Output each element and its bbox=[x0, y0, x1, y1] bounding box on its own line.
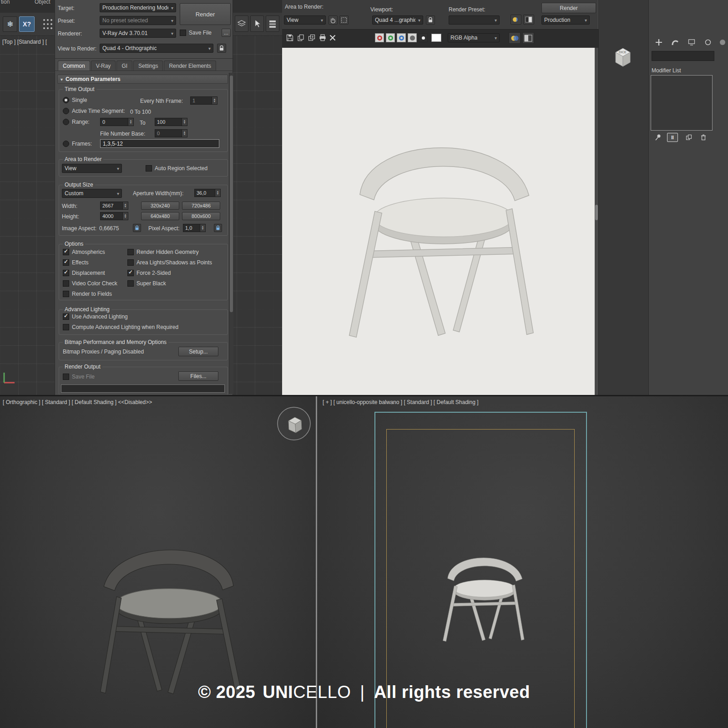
blue-channel-button[interactable] bbox=[397, 33, 406, 42]
view-to-render-dropdown[interactable]: Quad 4 - Orthographic bbox=[100, 44, 213, 53]
render-button-dialog[interactable]: Render bbox=[180, 3, 231, 25]
color-correction-icon[interactable] bbox=[511, 15, 521, 25]
option-atmospherics[interactable]: Atmospherics bbox=[63, 249, 105, 255]
target-dropdown[interactable]: Production Rendering Mode bbox=[100, 3, 176, 12]
checkbox[interactable] bbox=[63, 259, 69, 266]
viewport-camera-label[interactable]: [ + ] [ unicello-opposite balwano ] [ St… bbox=[323, 399, 479, 405]
edit-region-icon[interactable] bbox=[339, 15, 349, 25]
toggle-ui-icon[interactable] bbox=[523, 15, 534, 25]
height-spinner[interactable]: 4000 bbox=[100, 212, 128, 220]
grid-dots-icon[interactable] bbox=[42, 17, 54, 33]
spinner-arrows-icon[interactable] bbox=[123, 202, 128, 210]
more-options-button[interactable]: ... bbox=[222, 29, 231, 37]
viewport-lock-button[interactable] bbox=[217, 44, 226, 53]
tab-settings[interactable]: Settings bbox=[133, 61, 163, 71]
checkbox[interactable] bbox=[63, 291, 69, 297]
rfw-render-button[interactable]: Render bbox=[541, 3, 596, 13]
alpha-channel-button[interactable] bbox=[419, 33, 428, 42]
tab-common[interactable]: Common bbox=[58, 61, 90, 71]
display-tab-icon[interactable] bbox=[685, 36, 698, 48]
spinner-arrows-icon[interactable] bbox=[200, 224, 206, 232]
spinner-arrows-icon[interactable] bbox=[182, 129, 187, 137]
checkbox[interactable] bbox=[63, 374, 69, 380]
checkbox[interactable] bbox=[63, 249, 69, 255]
option-render-hidden-geometry[interactable]: Render Hidden Geometry bbox=[127, 249, 199, 255]
menu-item-fragment[interactable]: tion bbox=[1, 0, 10, 5]
viewport-orthographic[interactable]: [ Orthographic ] [ Standard ] [ Default … bbox=[0, 396, 316, 728]
floating-box-model[interactable]: DICE bbox=[612, 46, 633, 70]
pixel-aspect-lock-button[interactable] bbox=[214, 224, 222, 232]
render-output-save-file-row[interactable]: Save File bbox=[63, 374, 95, 380]
viewport-top-label[interactable]: [Top ] [Standard ] [ bbox=[2, 39, 47, 45]
clear-image-icon[interactable] bbox=[329, 34, 337, 44]
spinner-arrows-icon[interactable] bbox=[212, 96, 217, 105]
render-output-path-input[interactable] bbox=[61, 384, 225, 393]
menu-item-object[interactable]: Object bbox=[35, 0, 51, 5]
background-color-swatch[interactable] bbox=[431, 34, 441, 42]
monochrome-channel-button[interactable] bbox=[408, 33, 417, 42]
option-force-2-sided[interactable]: Force 2-Sided bbox=[127, 270, 171, 276]
spinner-arrows-icon[interactable] bbox=[128, 118, 134, 126]
spinner-arrows-icon[interactable] bbox=[182, 118, 187, 126]
range-to-spinner[interactable]: 100 bbox=[155, 118, 187, 126]
range-radio-row[interactable]: Range: bbox=[63, 119, 90, 125]
option-render-to-fields[interactable]: Render to Fields bbox=[63, 291, 112, 297]
dialog-scrollbar[interactable] bbox=[229, 73, 233, 394]
modify-tab-icon[interactable] bbox=[669, 36, 682, 48]
use-advanced-lighting-row[interactable]: Use Advanced Lighting bbox=[63, 313, 128, 320]
common-parameters-rollout[interactable]: Common Parameters bbox=[57, 75, 228, 84]
file-number-spinner[interactable]: 0 bbox=[155, 129, 187, 137]
bitmap-setup-button[interactable]: Setup... bbox=[178, 347, 218, 356]
checkbox[interactable] bbox=[63, 270, 69, 276]
rfw-production-dropdown[interactable]: Production bbox=[541, 15, 590, 25]
tab-gi[interactable]: GI bbox=[116, 61, 132, 71]
tab-render-elements[interactable]: Render Elements bbox=[164, 61, 216, 71]
select-cursor-icon[interactable] bbox=[250, 15, 264, 32]
pin-stack-icon[interactable] bbox=[652, 133, 663, 142]
spinner-arrows-icon[interactable] bbox=[215, 189, 221, 197]
quick-render-button[interactable]: X? bbox=[19, 16, 35, 32]
pixel-aspect-spinner[interactable]: 1,0 bbox=[183, 224, 206, 232]
rfw-scrollbar[interactable] bbox=[595, 48, 598, 395]
frames-input[interactable]: 1,3,5-12 bbox=[100, 139, 219, 148]
checkbox[interactable] bbox=[127, 259, 134, 266]
layers-icon[interactable] bbox=[235, 15, 248, 32]
tab-vray[interactable]: V-Ray bbox=[91, 61, 116, 71]
range-from-spinner[interactable]: 0 bbox=[100, 118, 134, 126]
horizontal-splitter[interactable] bbox=[0, 395, 728, 396]
render-output-files-button[interactable]: Files... bbox=[178, 371, 218, 381]
scene-explorer-icon[interactable] bbox=[266, 15, 279, 32]
area-mode-dropdown[interactable]: View bbox=[62, 164, 122, 173]
channel-display-dropdown[interactable]: RGB Alpha bbox=[448, 33, 500, 42]
checkbox[interactable] bbox=[63, 313, 69, 320]
scrollbar-thumb[interactable] bbox=[595, 205, 598, 220]
preset-640x480-button[interactable]: 640x480 bbox=[141, 212, 179, 220]
spinner-arrows-icon[interactable] bbox=[123, 212, 128, 220]
make-unique-icon[interactable] bbox=[683, 133, 694, 142]
option-video-color-check[interactable]: Video Color Check bbox=[63, 280, 117, 287]
rfw-viewport-lock-button[interactable] bbox=[426, 15, 435, 25]
checkbox[interactable] bbox=[127, 270, 134, 276]
camera-chair-model[interactable] bbox=[436, 521, 530, 643]
preset-320x240-button[interactable]: 320x240 bbox=[141, 202, 179, 210]
save-file-checkbox-row[interactable]: Save File bbox=[180, 30, 212, 36]
auto-region-checkbox[interactable] bbox=[146, 165, 152, 172]
vertical-splitter[interactable] bbox=[316, 396, 317, 728]
image-aspect-lock-button[interactable] bbox=[133, 224, 141, 232]
viewport-chair-model[interactable] bbox=[86, 487, 258, 697]
rfw-viewport-dropdown[interactable]: Quad 4 ...graphic bbox=[372, 15, 423, 25]
preset-dropdown[interactable]: No preset selected bbox=[100, 16, 176, 25]
single-radio[interactable] bbox=[63, 97, 69, 103]
preset-720x486-button[interactable]: 720x486 bbox=[182, 202, 220, 210]
single-radio-row[interactable]: Single bbox=[63, 97, 87, 103]
checkbox[interactable] bbox=[127, 249, 134, 255]
width-spinner[interactable]: 2667 bbox=[100, 202, 128, 210]
layers-blend-icon[interactable] bbox=[509, 32, 521, 44]
remove-modifier-trash-icon[interactable] bbox=[698, 133, 709, 142]
create-tab-icon[interactable] bbox=[652, 36, 665, 48]
viewport-camera[interactable]: [ + ] [ unicello-opposite balwano ] [ St… bbox=[317, 396, 728, 728]
pan-hand-icon[interactable] bbox=[329, 15, 338, 25]
auto-region-row[interactable]: Auto Region Selected bbox=[146, 165, 207, 172]
output-size-mode-dropdown[interactable]: Custom bbox=[62, 189, 122, 198]
save-image-icon[interactable] bbox=[286, 34, 294, 44]
